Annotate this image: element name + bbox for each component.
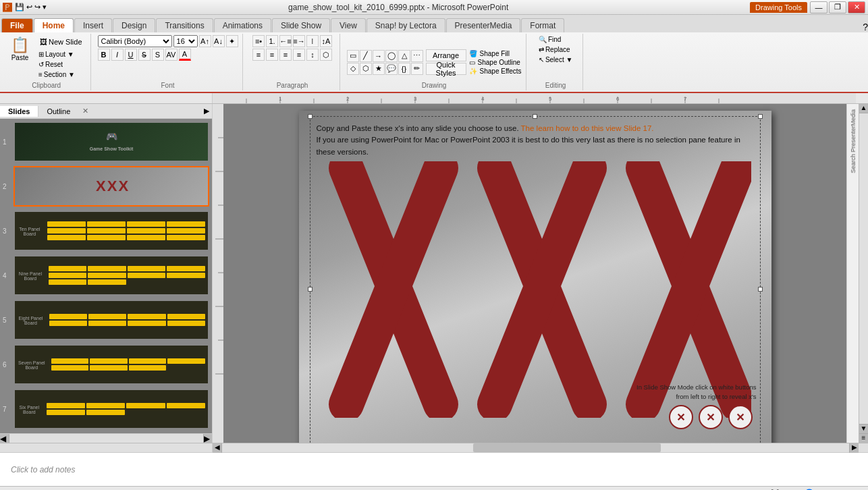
shape-star[interactable]: ★ [373,63,385,75]
shape-outline-button[interactable]: ▭ Shape Outline [469,59,522,66]
shape-hex[interactable]: ⬡ [360,63,372,75]
search-presentermedia-label[interactable]: Search PresenterMedia [850,109,857,173]
slide-thumb-7[interactable]: Six Panel Board [13,389,209,429]
text-direction-button[interactable]: ↕A [320,35,332,47]
scroll-down-button[interactable]: ▼ [859,424,868,433]
shape-diamond[interactable]: ◇ [347,63,359,75]
section-button[interactable]: ≡ Section ▼ [36,70,86,79]
scroll-expand-button[interactable]: ≡ [859,433,868,443]
slide-thumb-1[interactable]: 🎮Game Show Toolkit [13,121,209,162]
h-scroll-left-btn[interactable]: ◀ [213,443,222,453]
justify-button[interactable]: ≡ [293,49,305,61]
increase-indent-button[interactable]: ≡→ [293,35,305,47]
strikethrough-button[interactable]: S̶ [138,49,151,61]
quick-styles-button[interactable]: Quick Styles [426,63,466,75]
align-center-button[interactable]: ≡ [266,49,278,61]
italic-button[interactable]: I [111,49,124,61]
align-left-button[interactable]: ≡ [252,49,265,61]
tab-view[interactable]: View [331,18,366,32]
slide-thumb-6[interactable]: Seven Panel Board [13,344,209,385]
numbering-button[interactable]: 1. [266,35,278,47]
close-panel-button[interactable]: ✕ [78,105,92,117]
slide-thumb-2[interactable]: X X X [13,166,209,207]
outline-tab[interactable]: Outline [38,106,78,117]
notes-area[interactable]: Click to add notes [0,452,868,486]
scroll-left-button[interactable]: ◀ [0,434,9,443]
smartart-button[interactable]: ⬡ [320,49,332,61]
h-scroll-right-btn[interactable]: ▶ [849,443,859,453]
font-name-select[interactable]: Calibri (Body) [98,35,172,47]
shape-bracket[interactable]: {} [398,63,410,75]
replace-button[interactable]: ⇄ Replace [536,45,575,54]
shape-rect[interactable]: ▭ [347,50,359,62]
shape-fill-button[interactable]: 🪣 Shape Fill [469,50,522,57]
decrease-indent-button[interactable]: ←≡ [279,35,292,47]
line-spacing-button[interactable]: ↕ [306,49,319,61]
shadow-button[interactable]: S [152,49,164,61]
shape-more[interactable]: ⋯ [411,50,423,62]
slide-item-7[interactable]: 7 Six Panel Board [3,389,209,429]
slide-item-6[interactable]: 6 Seven Panel Board [3,344,209,385]
font-size-select[interactable]: 16 [173,35,198,47]
tab-home[interactable]: Home [34,18,74,32]
align-right-button[interactable]: ≡ [279,49,292,61]
slide-thumb-5[interactable]: Eight Panel Board [13,300,209,340]
ruler-right-spacer [856,93,868,103]
bullets-button[interactable]: ≡• [252,35,265,47]
paste-button[interactable]: 📋 Paste [7,35,33,64]
main-slide[interactable]: Copy and Paste these x's into any slide … [299,111,771,443]
small-x-button-1[interactable]: ✕ [669,405,693,429]
tab-snap[interactable]: Snap! by Lectora [367,18,445,32]
find-button[interactable]: 🔍 Find [536,35,575,44]
restore-button[interactable]: ❐ [829,1,846,13]
ribbon-collapse-icon[interactable]: ? [863,22,868,32]
slide-item-3[interactable]: 3 Ten Panel Board [3,211,209,251]
tab-design[interactable]: Design [113,18,155,32]
close-button[interactable]: ✕ [848,1,865,13]
tab-transitions[interactable]: Transitions [156,18,213,32]
window-controls[interactable]: — ❐ ✕ [810,1,865,13]
minimize-button[interactable]: — [810,1,828,13]
slide-item-1[interactable]: 1 🎮Game Show Toolkit [3,121,209,162]
tab-file[interactable]: File [1,18,33,32]
slide-item-4[interactable]: 4 Nine Panel Board [3,255,209,296]
expand-panel-button[interactable]: ▶ [201,105,212,117]
charspacing-button[interactable]: AV [165,49,178,61]
new-slide-button[interactable]: 🖼 New Slide [36,35,86,49]
slide-item-2[interactable]: 2 X X X [3,166,209,207]
shape-arrow[interactable]: → [373,50,385,62]
shape-edit[interactable]: ✏ [411,63,423,75]
layout-button[interactable]: ⊞ Layout ▼ [36,50,86,59]
underline-button[interactable]: U [125,49,137,61]
instruction-text-box[interactable]: Copy and Paste these x's into any slide … [317,123,754,158]
slides-scrollbar[interactable]: ◀ ▶ [0,433,213,443]
shape-line[interactable]: ╱ [360,50,372,62]
increase-font-button[interactable]: A↑ [199,35,211,47]
arrange-button[interactable]: Arrange [426,49,466,61]
fontcolor-button[interactable]: A [179,49,191,61]
shape-effects-button[interactable]: ✨ Shape Effects [469,67,522,75]
tab-animations[interactable]: Animations [214,18,271,32]
reset-button[interactable]: ↺ Reset [36,60,86,69]
shape-triangle[interactable]: △ [398,50,410,62]
small-x-button-2[interactable]: ✕ [699,405,723,429]
scroll-right-button[interactable]: ▶ [203,434,213,443]
shape-callout[interactable]: 💬 [385,63,398,75]
slides-tab[interactable]: Slides [0,106,38,117]
tab-slideshow[interactable]: Slide Show [272,18,330,32]
scroll-up-button[interactable]: ▲ [859,104,868,113]
columns-button[interactable]: ⁞ [306,35,319,47]
tab-insert[interactable]: Insert [74,18,112,32]
select-button[interactable]: ↖ Select ▼ [536,55,575,64]
slide-thumb-4[interactable]: Nine Panel Board [13,255,209,296]
tab-format[interactable]: Format [521,18,564,32]
slide-item-5[interactable]: 5 Eight Panel Board [3,300,209,340]
vertical-scrollbar[interactable]: ▲ ▼ ≡ [859,104,868,443]
clear-format-button[interactable]: ✦ [226,35,238,47]
shape-oval[interactable]: ◯ [385,50,398,62]
slide-thumb-3[interactable]: Ten Panel Board [13,211,209,251]
tab-presentermedia[interactable]: PresenterMedia [446,18,521,32]
small-x-button-3[interactable]: ✕ [728,405,753,429]
decrease-font-button[interactable]: A↓ [213,35,225,47]
bold-button[interactable]: B [98,49,110,61]
